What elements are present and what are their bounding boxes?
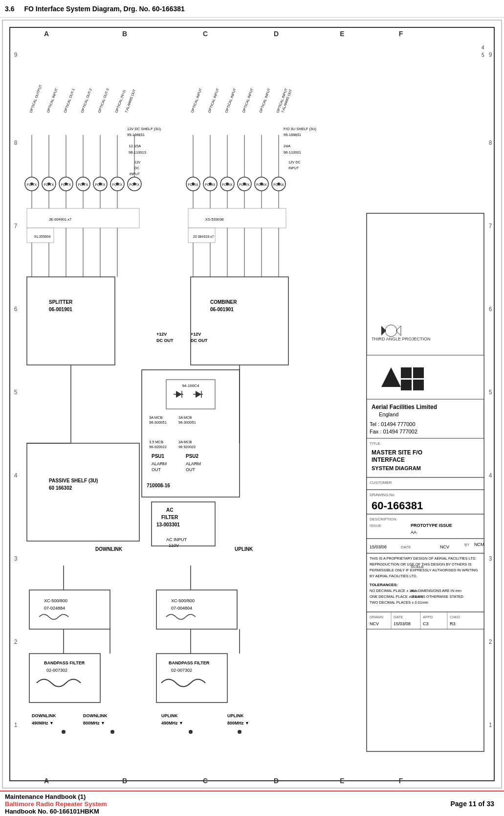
svg-text:96-300051: 96-300051	[178, 420, 196, 425]
svg-point-254	[189, 730, 193, 734]
svg-point-261	[116, 182, 119, 185]
svg-text:07-024884: 07-024884	[44, 606, 65, 611]
svg-text:CUSTOMER: CUSTOMER	[370, 480, 392, 485]
drawing-area: A B C D E F A B C D E F 9 8 7 6 5 4 3 2 …	[0, 18, 504, 791]
page-footer: Maintenance Handbook (1) Baltimore Radio…	[0, 791, 504, 816]
svg-text:800MHz ▼: 800MHz ▼	[227, 721, 249, 725]
svg-text:06-001901: 06-001901	[210, 307, 234, 312]
svg-text:DOWNLINK: DOWNLINK	[32, 713, 56, 718]
svg-text:490MHz ▼: 490MHz ▼	[32, 721, 54, 725]
svg-text:6: 6	[14, 306, 18, 313]
section-number: 3.6	[5, 5, 14, 13]
svg-text:PSU2: PSU2	[186, 453, 199, 459]
technical-drawing: A B C D E F A B C D E F 9 8 7 6 5 4 3 2 …	[0, 18, 504, 791]
svg-text:BY AERIAL FACILITIES LTD.: BY AERIAL FACILITIES LTD.	[370, 574, 417, 578]
svg-text:490MHz ▼: 490MHz ▼	[161, 721, 183, 725]
svg-text:96-920022: 96-920022	[149, 445, 167, 449]
svg-rect-33	[367, 355, 484, 399]
svg-text:XC-500/800: XC-500/800	[171, 598, 195, 603]
svg-text:F: F	[399, 777, 403, 785]
svg-text:AC INPUT: AC INPUT	[166, 537, 187, 542]
svg-rect-37	[413, 367, 424, 378]
svg-text:R3: R3	[450, 621, 456, 626]
svg-text:DC: DC	[134, 166, 139, 170]
svg-point-263	[192, 182, 195, 185]
svg-text:96-300051: 96-300051	[149, 420, 167, 425]
svg-text:JE-004901 x7: JE-004901 x7	[49, 217, 71, 222]
svg-rect-38	[413, 380, 424, 390]
svg-text:96 920022: 96 920022	[178, 445, 196, 449]
svg-text:5: 5	[14, 389, 18, 396]
svg-text:COMBINER: COMBINER	[210, 299, 237, 305]
svg-text:C: C	[203, 777, 208, 785]
svg-text:D: D	[274, 777, 279, 785]
svg-text:110V: 110V	[169, 543, 179, 548]
svg-text:TWO DECIMAL PLACES ± 0.01mm: TWO DECIMAL PLACES ± 0.01mm	[370, 600, 428, 605]
svg-point-265	[226, 182, 229, 185]
svg-text:DOWNLINK: DOWNLINK	[95, 546, 123, 552]
svg-text:07-004804: 07-004804	[171, 606, 192, 611]
svg-text:24A: 24A	[284, 144, 291, 148]
svg-text:C3: C3	[423, 621, 429, 626]
svg-point-253	[110, 730, 114, 734]
svg-text:3: 3	[489, 555, 492, 562]
svg-text:OUT: OUT	[186, 467, 196, 472]
svg-text:3.5 MCB: 3.5 MCB	[149, 440, 163, 444]
svg-text:95-166831: 95-166831	[284, 133, 301, 137]
svg-text:6: 6	[489, 306, 492, 313]
svg-text:SPLITTER: SPLITTER	[49, 299, 73, 305]
svg-text:PASSIVE SHELF (3U): PASSIVE SHELF (3U)	[49, 478, 98, 483]
footer-line3: Handbook No. 60-166101HBKM	[5, 808, 451, 815]
svg-text:7: 7	[14, 223, 18, 229]
svg-text:DESCRIPTION: DESCRIPTION	[370, 517, 396, 521]
svg-text:NCV: NCV	[370, 621, 379, 626]
svg-point-268	[277, 182, 280, 185]
svg-text:2: 2	[14, 638, 18, 645]
svg-text:3A MCB: 3A MCB	[149, 415, 163, 420]
svg-text:TOLERANCES:: TOLERANCES:	[370, 583, 398, 587]
svg-text:XS-533038: XS-533038	[205, 217, 224, 222]
footer-left: Maintenance Handbook (1) Baltimore Radio…	[5, 793, 451, 815]
svg-text:UNLESS OTHERWISE STATED: UNLESS OTHERWISE STATED	[411, 594, 464, 599]
svg-text:INPUT: INPUT	[288, 166, 299, 170]
svg-text:ALARM: ALARM	[152, 461, 167, 466]
svg-rect-36	[401, 380, 412, 390]
svg-text:UPLINK: UPLINK	[235, 546, 253, 552]
svg-text:England: England	[379, 411, 398, 417]
svg-text:APPD: APPD	[423, 615, 433, 619]
svg-text:4: 4	[489, 472, 492, 479]
svg-point-264	[209, 182, 212, 185]
svg-text:A: A	[44, 30, 49, 38]
svg-text:Aerial Facilities Limited: Aerial Facilities Limited	[372, 404, 437, 410]
svg-text:1: 1	[14, 722, 18, 728]
footer-line2: Baltimore Radio Repeater System	[5, 800, 451, 808]
svg-text:Tel : 01494 777000: Tel : 01494 777000	[370, 421, 416, 427]
svg-text:MASTER SITE F/O: MASTER SITE F/O	[372, 449, 422, 456]
svg-text:ISSUE: ISSUE	[370, 523, 381, 528]
svg-text:DC OUT: DC OUT	[156, 338, 174, 343]
svg-text:AA: AA	[411, 530, 416, 535]
svg-text:C: C	[203, 30, 208, 38]
page-header: 3.6 FO Interface System Diagram, Drg. No…	[0, 0, 504, 18]
svg-text:9: 9	[489, 51, 492, 58]
svg-text:12V: 12V	[134, 160, 141, 164]
svg-text:BANDPASS FILTER: BANDPASS FILTER	[169, 660, 210, 665]
svg-text:1: 1	[489, 722, 492, 728]
svg-text:NCV: NCV	[440, 544, 449, 549]
footer-line1: Maintenance Handbook (1)	[5, 793, 451, 800]
svg-text:4: 4	[482, 45, 484, 50]
svg-text:4: 4	[14, 472, 18, 479]
svg-text:94-100C4: 94-100C4	[182, 384, 199, 388]
svg-text:D: D	[274, 30, 279, 38]
svg-rect-199	[156, 590, 237, 629]
svg-text:15/03/08: 15/03/08	[394, 621, 411, 626]
svg-text:95-166831: 95-166831	[127, 133, 145, 137]
svg-point-262	[133, 182, 136, 185]
svg-text:3A MCB: 3A MCB	[178, 415, 192, 420]
svg-text:15/03/06: 15/03/06	[370, 544, 387, 549]
svg-text:UPLINK: UPLINK	[227, 713, 244, 718]
svg-text:96-110001: 96-110001	[284, 150, 301, 155]
svg-text:DATE: DATE	[401, 545, 411, 549]
svg-text:DRAWING.No: DRAWING.No	[370, 493, 394, 497]
svg-text:8: 8	[14, 139, 18, 146]
